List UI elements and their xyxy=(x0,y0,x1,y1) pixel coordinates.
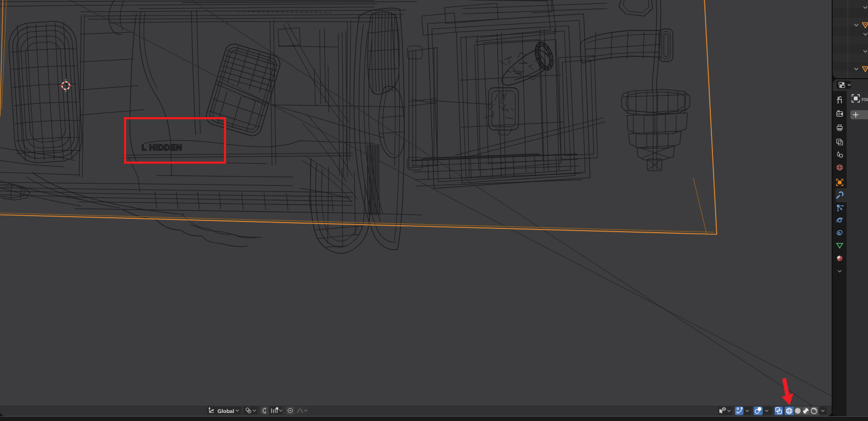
svg-text:roo: roo xyxy=(862,96,868,103)
svg-text:Global: Global xyxy=(218,409,234,415)
svg-text:I. HIDDEN: I. HIDDEN xyxy=(142,143,182,152)
